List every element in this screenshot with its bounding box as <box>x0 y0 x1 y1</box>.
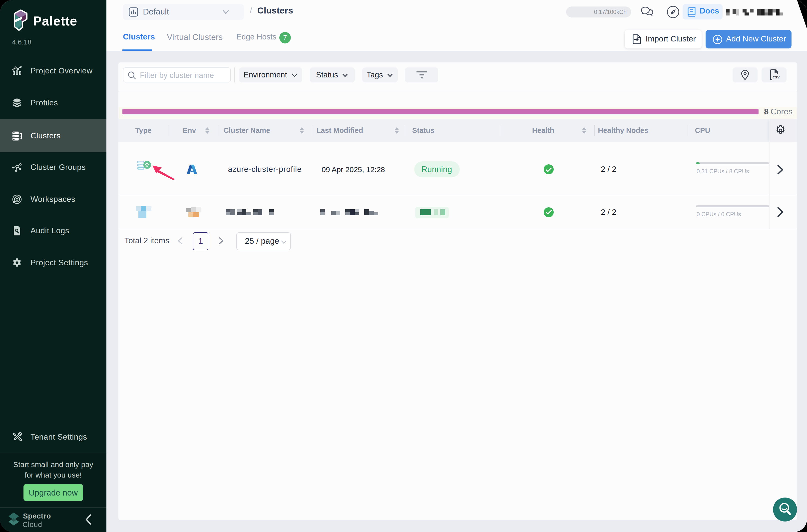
svg-text:csv: csv <box>772 75 780 79</box>
